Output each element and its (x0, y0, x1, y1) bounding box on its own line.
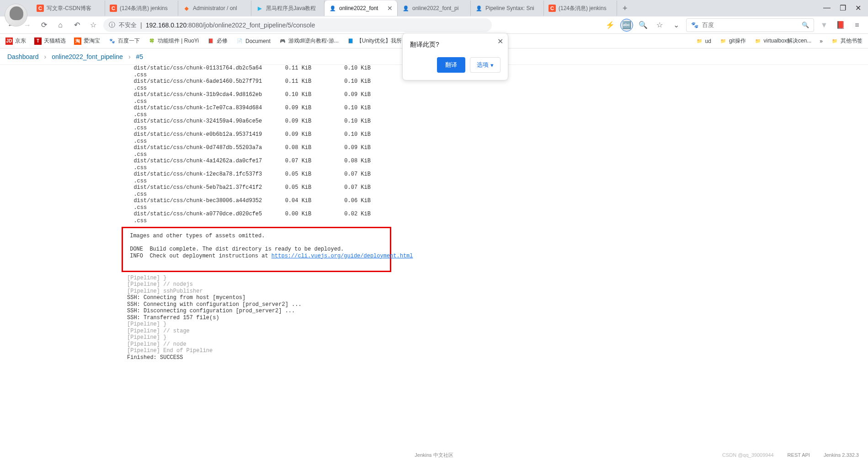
console-file-row: dist/static/css/chunk-12ec8a78.1fc537f3 … (127, 171, 868, 178)
jenkins-icon: 👤 (329, 5, 336, 12)
browser-tab[interactable]: 👤online2022_font✕ (325, 0, 398, 16)
bookmark-item[interactable]: 📄Document (236, 37, 271, 45)
url-text: 192.168.0.120:8080/job/online2022_font_p… (146, 21, 315, 29)
star-icon[interactable]: ☆ (653, 19, 666, 32)
browser-tab[interactable]: 👤online2022_font_pi (398, 0, 471, 16)
console-file-row: .css (127, 138, 868, 145)
console-line: Finished: SUCCESS (127, 354, 868, 361)
console-line: SSH: Transferred 157 file(s) (127, 315, 868, 321)
pdf-icon[interactable]: 📕 (834, 19, 847, 32)
bookmark-item[interactable]: JD京东 (5, 37, 26, 45)
console-file-row: .css (127, 125, 868, 132)
csdn-icon: C (37, 5, 44, 12)
assets-omitted-line: Images and other types of assets omitted… (127, 233, 386, 240)
translate-options-button[interactable]: 选项 ▾ (470, 57, 501, 73)
breadcrumb-job[interactable]: online2022_font_pipeline (52, 53, 123, 60)
browser-tab-bar: C写文章-CSDN博客C(124条消息) jenkins◆Administrat… (0, 0, 868, 16)
menu-icon[interactable]: ≡ (851, 19, 863, 32)
new-tab-button[interactable]: + (617, 4, 633, 13)
tab-title: 写文章-CSDN博客 (47, 5, 100, 12)
reload-button[interactable]: ⟳ (37, 19, 50, 32)
bookmark-icon: 淘 (74, 37, 81, 45)
bookmark-label: Document (245, 38, 271, 44)
filter-icon[interactable]: ▼ (818, 19, 831, 32)
bookmark-item[interactable]: 📁ud (696, 37, 711, 45)
close-popup-button[interactable]: ✕ (497, 37, 503, 46)
browser-tab[interactable]: 👤Pipeline Syntax: Sni (471, 0, 544, 16)
console-line: [Pipeline] } (127, 275, 868, 282)
console-file-row: .css (127, 112, 868, 118)
console-file-row: dist/static/css/chunk-1c7e07ca.8394d684 … (127, 105, 868, 112)
flash-icon[interactable]: ⚡ (604, 19, 617, 32)
console-file-row: dist/static/css/chunk-a0770dce.d020cfe5 … (127, 211, 868, 218)
browser-tab[interactable]: ▶黑马程序员Java教程 (251, 0, 325, 16)
browser-tab[interactable]: C(124条消息) jenkins (544, 0, 617, 16)
chevron-down-icon[interactable]: ⌄ (670, 19, 682, 32)
deploy-info-line: INFO Check out deployment instructions a… (127, 253, 386, 260)
close-window-button[interactable]: ✕ (855, 4, 861, 12)
minimize-button[interactable]: — (823, 4, 831, 12)
info-icon[interactable]: ⓘ (109, 21, 115, 29)
address-bar[interactable]: ⓘ 不安全 | 192.168.0.120:8080/job/online202… (103, 18, 492, 32)
close-tab-button[interactable]: ✕ (387, 5, 393, 12)
breadcrumb-dashboard[interactable]: Dashboard (7, 53, 39, 60)
tab-title: 黑马程序员Java教程 (266, 5, 320, 12)
console-line: [Pipeline] // nodejs (127, 281, 868, 288)
bookmark-item[interactable]: » (820, 38, 823, 44)
browser-tab[interactable]: C(124条消息) jenkins (105, 0, 178, 16)
bookmark-item[interactable]: 🍀功能组件 | RuoYi (148, 37, 199, 45)
console-output: dist/static/css/chunk-01131764.db2c5a64 … (0, 65, 868, 361)
browser-tab[interactable]: C写文章-CSDN博客 (32, 0, 105, 16)
bookmark-icon: 🎮 (279, 37, 286, 45)
console-line: SSH: Connecting from host [mycentos] (127, 294, 868, 301)
console-file-row: .css (127, 191, 868, 198)
dropdown-icon: ▾ (490, 62, 494, 69)
home-button[interactable]: ⌂ (54, 19, 67, 32)
search-input[interactable] (702, 21, 798, 28)
bookmark-item[interactable]: 📁其他书签 (831, 37, 863, 45)
search-icon[interactable]: 🔍 (802, 21, 809, 28)
tab-title: online2022_font_pi (412, 5, 466, 11)
bookmark-label: virtualbox解决cen... (764, 37, 812, 45)
bookmark-item[interactable]: 🎮游戏dll逆向教程-游... (279, 37, 339, 45)
translate-icon[interactable]: 🔤 (620, 19, 633, 32)
favorite-button[interactable]: ☆ (87, 19, 100, 32)
zoom-icon[interactable]: 🔍 (637, 19, 650, 32)
console-file-row: dist/static/css/chunk-31b9cda4.9d8162eb … (127, 91, 868, 98)
profile-avatar[interactable] (5, 4, 27, 27)
deployment-guide-link[interactable]: https://cli.vuejs.org/guide/deployment.h… (272, 253, 413, 259)
bookmark-item[interactable]: 🐾百度一下 (108, 37, 140, 45)
rest-api-link[interactable]: REST API (788, 452, 810, 458)
console-line: SSH: Disconnecting configuration [prod_s… (127, 308, 868, 315)
bookmark-label: 爱淘宝 (84, 37, 100, 45)
translate-button[interactable]: 翻译 (437, 57, 465, 73)
browser-toolbar: ← → ⟳ ⌂ ↶ ☆ ⓘ 不安全 | 192.168.0.120:8080/j… (0, 16, 868, 34)
jenkins-icon: 👤 (475, 5, 483, 12)
chevron-right-icon: › (128, 53, 131, 60)
bookmark-label: 游戏dll逆向教程-游... (288, 37, 339, 45)
breadcrumb-build[interactable]: #5 (136, 53, 144, 60)
bookmark-label: 【Unity优化】我所... (357, 37, 406, 45)
bookmark-icon: 📘 (347, 37, 354, 45)
bookmark-item[interactable]: 淘爱淘宝 (74, 37, 100, 45)
bookmark-item[interactable]: 📘【Unity优化】我所... (347, 37, 406, 45)
bookmark-item[interactable]: T天猫精选 (34, 37, 66, 45)
csdn-icon: C (548, 5, 556, 12)
bookmark-label: 功能组件 | RuoYi (158, 37, 199, 45)
console-file-row: .css (127, 165, 868, 171)
tab-title: (124条消息) jenkins (120, 5, 173, 12)
translate-title: 翻译此页? (410, 41, 501, 49)
console-file-row: dist/static/css/chunk-5eb7ba21.37fc41f2 … (127, 184, 868, 191)
jenkins-community-link[interactable]: Jenkins 中文社区 (415, 452, 453, 459)
browser-tab[interactable]: ◆Administrator / onl (178, 0, 251, 16)
bookmark-item[interactable]: 📁virtualbox解决cen... (754, 37, 812, 45)
undo-button[interactable]: ↶ (70, 19, 83, 32)
maximize-button[interactable]: ❐ (840, 4, 846, 12)
bookmark-label: 天猫精选 (44, 37, 66, 45)
bookmark-item[interactable]: 📕必修 (207, 37, 228, 45)
page-footer: Jenkins 中文社区 CSDN @qq_39009944 REST API … (0, 450, 868, 460)
search-box[interactable]: 🐾 🔍 (686, 18, 814, 32)
bookmark-label: 其他书签 (841, 37, 863, 45)
bookmark-item[interactable]: 📁git操作 (719, 37, 746, 45)
console-file-row: dist/static/css/chunk-bec38006.a44d9352 … (127, 198, 868, 204)
